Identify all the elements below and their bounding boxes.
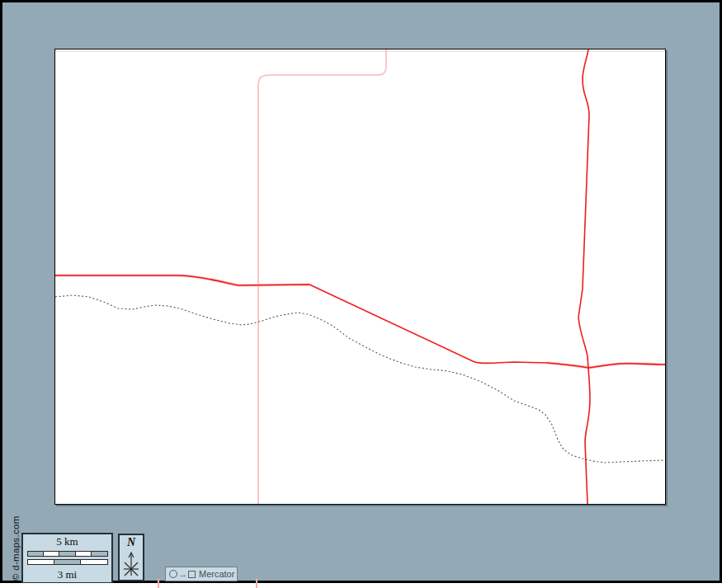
north-compass-icon xyxy=(121,549,141,577)
copyright-text: © d-maps.com xyxy=(11,515,21,581)
scale-segment xyxy=(28,560,54,564)
scale-mi-label: 3 mi xyxy=(58,568,77,581)
document-frame: 5 km 3 mi N xyxy=(0,0,722,583)
projection-label: Mercator xyxy=(199,569,234,579)
main-road-line xyxy=(55,275,665,368)
secondary-road-line xyxy=(258,49,386,504)
road-edge-tick xyxy=(256,579,257,588)
bottom-strip xyxy=(0,583,722,588)
dotted-boundary-line xyxy=(55,295,665,463)
road-edge-tick xyxy=(158,579,159,588)
scale-segment xyxy=(80,560,106,564)
scale-bar-mi xyxy=(27,559,108,565)
projection-circle-icon xyxy=(169,570,177,578)
scale-segment xyxy=(28,552,43,556)
map-area xyxy=(54,49,666,505)
projection-arrow-icon: → xyxy=(178,570,187,578)
north-label: N xyxy=(127,536,135,549)
scale-segment xyxy=(54,560,80,564)
projection-square-icon xyxy=(188,571,196,578)
map-roads-layer xyxy=(55,49,665,504)
main-road-halo-line xyxy=(55,275,665,368)
vertical-road-line xyxy=(578,49,590,504)
scale-segment xyxy=(75,552,91,556)
scale-bar-km xyxy=(27,551,108,557)
scale-box: 5 km 3 mi xyxy=(21,533,113,584)
scale-segment xyxy=(59,552,74,556)
projection-box: → Mercator xyxy=(165,567,238,581)
north-arrow-box: N xyxy=(118,534,144,581)
scale-segment xyxy=(91,552,106,556)
scale-segment xyxy=(43,552,59,556)
page: 5 km 3 mi N xyxy=(0,0,722,588)
scale-km-label: 5 km xyxy=(56,535,78,548)
